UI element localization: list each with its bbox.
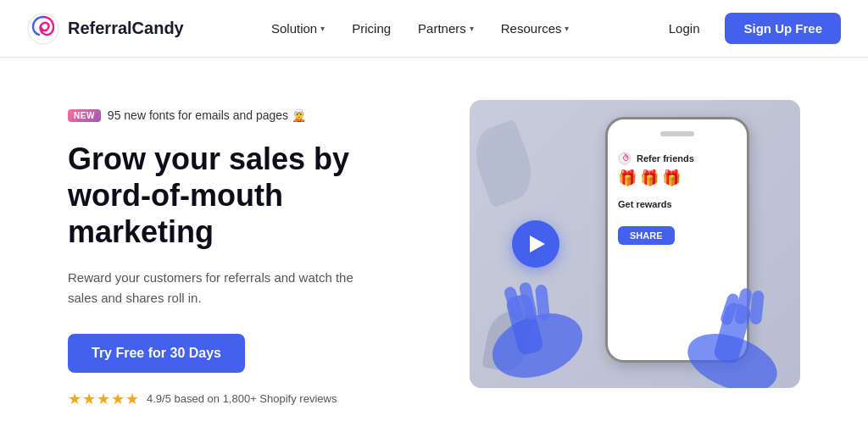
hero-video[interactable]: Refer friends 🎁 🎁 🎁 Get rewards [470,100,800,388]
main-nav: Solution ▾ Pricing Partners ▾ Resources … [259,14,581,42]
gift-icon-3: 🎁 [662,169,681,187]
gift-icons: 🎁 🎁 🎁 [618,169,737,187]
decorative-leaf-1 [470,119,541,208]
hero-left: NEW 95 new fonts for emails and pages 🧝 … [68,100,419,408]
nav-partners[interactable]: Partners ▾ [406,14,486,42]
review-text: 4.9/5 based on 1,800+ Shopify reviews [147,392,337,405]
hero-subtext: Reward your customers for referrals and … [68,268,373,308]
logo-text: ReferralCandy [68,19,184,38]
gift-icon-1: 🎁 [618,169,637,187]
hero-headline: Grow your sales by word-of-mouth marketi… [68,141,419,251]
phone-screen: Refer friends 🎁 🎁 🎁 Get rewards [608,119,747,257]
refer-icon-row: Refer friends [618,152,737,165]
nav-solution[interactable]: Solution ▾ [259,14,337,42]
decorative-leaf-2 [481,308,533,374]
chevron-down-icon: ▾ [565,24,569,33]
new-badge: NEW [68,109,101,122]
chevron-down-icon: ▾ [470,24,474,33]
site-header: ReferralCandy Solution ▾ Pricing Partner… [0,0,868,58]
share-button: SHARE [618,226,675,245]
gift-icon-2: 🎁 [640,169,659,187]
video-background: Refer friends 🎁 🎁 🎁 Get rewards [470,100,800,388]
phone-body: Refer friends 🎁 🎁 🎁 Get rewards [605,117,749,363]
header-actions: Login Sign Up Free [657,13,841,44]
svg-rect-6 [535,284,550,320]
refer-friends-label: Refer friends [637,153,694,164]
announcement-bar: NEW 95 new fonts for emails and pages 🧝 [68,108,419,122]
get-rewards-label: Get rewards [618,199,672,209]
phone-mockup: Refer friends 🎁 🎁 🎁 Get rewards [605,117,775,371]
nav-pricing[interactable]: Pricing [340,14,403,42]
cta-button[interactable]: Try Free for 30 Days [68,334,245,373]
hero-section: NEW 95 new fonts for emails and pages 🧝 … [0,58,868,427]
login-button[interactable]: Login [657,14,712,42]
badge-text: 95 new fonts for emails and pages 🧝 [108,108,306,122]
refer-friends-section: Refer friends 🎁 🎁 🎁 [618,152,737,187]
chevron-down-icon: ▾ [320,24,325,33]
phone-notch [660,131,694,136]
nav-resources[interactable]: Resources ▾ [489,14,581,42]
star-rating: ★★★★★ [68,390,140,408]
signup-button[interactable]: Sign Up Free [725,13,841,44]
referralcandy-logo-icon [27,13,59,45]
get-rewards-section: Get rewards [618,196,737,211]
reviews-row: ★★★★★ 4.9/5 based on 1,800+ Shopify revi… [68,390,419,408]
candy-icon [618,152,632,165]
play-button[interactable] [512,220,559,268]
logo[interactable]: ReferralCandy [27,13,184,45]
play-icon [530,236,545,252]
